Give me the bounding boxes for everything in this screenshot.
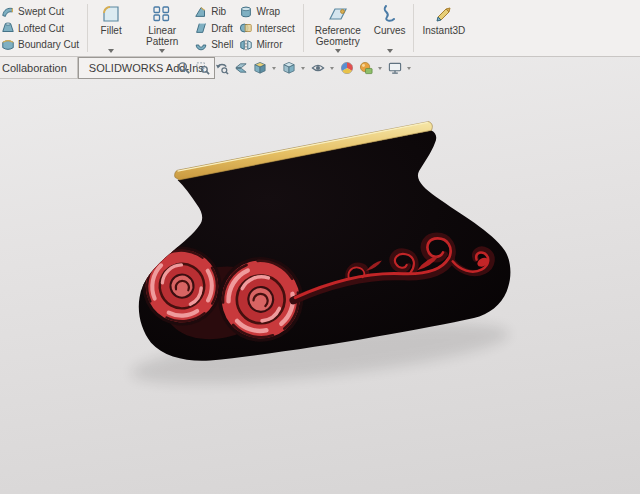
instant3d-button[interactable]: Instant3D (417, 0, 470, 56)
swept-cut-button[interactable]: Swept Cut (1, 4, 79, 19)
boundary-cut-label: Boundary Cut (18, 39, 79, 50)
view-orientation-icon[interactable] (252, 61, 267, 76)
swept-cut-label: Swept Cut (18, 6, 64, 17)
curves-button[interactable]: Curves (369, 0, 411, 56)
curves-label: Curves (374, 25, 406, 36)
hide-show-items-dropdown-arrow-icon[interactable] (330, 67, 334, 70)
swept-cut-icon (1, 5, 15, 19)
reference-geometry-icon (328, 4, 348, 24)
rib-icon (194, 5, 208, 19)
cut-commands-group: Swept Cut Lofted Cut Boundary Cut (0, 0, 84, 56)
mirror-label: Mirror (256, 39, 282, 50)
graphics-area[interactable] (0, 57, 640, 494)
tab-collaboration-label: Collaboration (2, 62, 67, 74)
shell-icon (194, 38, 208, 52)
linear-pattern-dropdown-arrow-icon[interactable] (159, 49, 165, 53)
lofted-cut-icon (1, 21, 15, 35)
curves-icon (380, 4, 400, 24)
intersect-button[interactable]: Intersect (239, 21, 294, 36)
hide-show-items-icon[interactable] (310, 61, 325, 76)
draft-button[interactable]: Draft (194, 21, 233, 36)
model-shadow (128, 311, 511, 397)
features-group-a: Rib Draft Shell (193, 0, 238, 56)
scroll-vine-artwork (293, 236, 491, 301)
previous-view-icon[interactable] (214, 61, 229, 76)
fillet-label: Fillet (101, 25, 122, 36)
wrap-icon (239, 5, 253, 19)
shell-label: Shell (211, 39, 233, 50)
command-manager-ribbon: Swept Cut Lofted Cut Boundary Cut Fillet… (0, 0, 640, 57)
mirror-icon (239, 38, 253, 52)
view-settings-icon[interactable] (387, 61, 402, 76)
view-settings-dropdown-arrow-icon[interactable] (407, 67, 411, 70)
apply-scene-dropdown-arrow-icon[interactable] (378, 67, 382, 70)
wrap-label: Wrap (256, 6, 280, 17)
view-orientation-dropdown-arrow-icon[interactable] (272, 67, 276, 70)
instant3d-label: Instant3D (422, 25, 465, 36)
ribbon-separator (87, 4, 88, 52)
section-view-icon[interactable] (233, 61, 248, 76)
fillet-button[interactable]: Fillet (91, 0, 131, 56)
lofted-cut-button[interactable]: Lofted Cut (1, 21, 79, 36)
shell-button[interactable]: Shell (194, 37, 233, 52)
boundary-cut-button[interactable]: Boundary Cut (1, 37, 79, 52)
model-body (139, 130, 511, 360)
linear-pattern-icon (152, 4, 172, 24)
solidworks-window: Swept Cut Lofted Cut Boundary Cut Fillet… (0, 0, 640, 494)
instant3d-icon (434, 4, 454, 24)
rib-label: Rib (211, 6, 226, 17)
curves-dropdown-arrow-icon[interactable] (387, 49, 393, 53)
tab-collaboration[interactable]: Collaboration (0, 57, 78, 79)
ribbon-separator (303, 4, 304, 52)
draft-icon (194, 21, 208, 35)
linear-pattern-label: Linear Pattern (136, 25, 188, 47)
draft-label: Draft (211, 23, 233, 34)
rose-artwork (134, 238, 308, 349)
features-group-b: Wrap Intersect Mirror (238, 0, 299, 56)
reference-geometry-button[interactable]: Reference Geometry (307, 0, 369, 56)
fillet-dropdown-arrow-icon[interactable] (108, 49, 114, 53)
lofted-cut-label: Lofted Cut (18, 23, 64, 34)
wrap-button[interactable]: Wrap (239, 4, 294, 19)
intersect-icon (239, 21, 253, 35)
display-style-dropdown-arrow-icon[interactable] (301, 67, 305, 70)
boundary-cut-icon (1, 38, 15, 52)
edit-appearance-icon[interactable] (339, 61, 354, 76)
mirror-button[interactable]: Mirror (239, 37, 294, 52)
reference-geometry-label: Reference Geometry (312, 25, 364, 47)
model-3d-view (0, 57, 640, 494)
rib-button[interactable]: Rib (194, 4, 233, 19)
ribbon-separator (413, 4, 414, 52)
fillet-icon (101, 4, 121, 24)
reference-geometry-dropdown-arrow-icon[interactable] (335, 49, 341, 53)
display-style-icon[interactable] (281, 61, 296, 76)
linear-pattern-button[interactable]: Linear Pattern (131, 0, 193, 56)
zoom-to-fit-icon[interactable] (176, 61, 191, 76)
model-gold-rim (175, 122, 433, 180)
apply-scene-icon[interactable] (358, 61, 373, 76)
heads-up-view-toolbar (176, 59, 412, 77)
zoom-to-area-icon[interactable] (195, 61, 210, 76)
intersect-label: Intersect (256, 23, 294, 34)
